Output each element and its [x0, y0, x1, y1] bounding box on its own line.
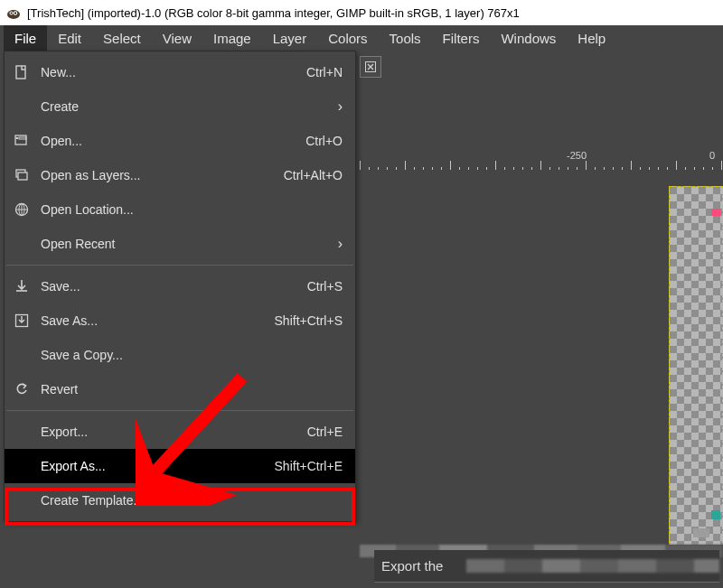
tab-close-button[interactable] [360, 56, 381, 78]
menu-item-label: Create [41, 99, 321, 114]
svg-point-4 [14, 12, 16, 14]
menu-item-open-as-layers[interactable]: Open as Layers...Ctrl+Alt+O [5, 158, 355, 192]
menu-item-shortcut: Ctrl+O [305, 134, 343, 148]
canvas-decor [711, 209, 720, 216]
menu-item-shortcut: Ctrl+N [306, 65, 343, 79]
chevron-right-icon: › [330, 98, 343, 115]
chevron-right-icon: › [330, 236, 343, 252]
menu-item-export-as[interactable]: Export As...Shift+Ctrl+E [5, 449, 355, 483]
blank-icon [12, 490, 32, 510]
titlebar: [TrishTech] (imported)-1.0 (RGB color 8-… [0, 0, 723, 25]
menu-item-open-recent[interactable]: Open Recent› [5, 227, 355, 261]
canvas-decor [693, 528, 709, 537]
blank-icon [12, 345, 32, 365]
ruler-label: 0 [709, 150, 715, 161]
save-icon [12, 276, 32, 296]
menu-item-label: Create Template... [41, 493, 343, 508]
menu-item-label: Save... [41, 279, 298, 294]
layers-icon [12, 165, 32, 185]
blank-icon [12, 422, 32, 442]
menu-item-label: New... [41, 65, 297, 79]
menu-layer[interactable]: Layer [262, 25, 318, 51]
menu-separator [6, 410, 353, 411]
menu-item-revert[interactable]: Revert [5, 372, 355, 406]
menu-item-save-as[interactable]: Save As...Shift+Ctrl+S [5, 303, 355, 338]
revert-icon [12, 379, 32, 399]
canvas-area[interactable] [360, 170, 723, 543]
menu-windows[interactable]: Windows [490, 25, 567, 51]
menu-tools[interactable]: Tools [379, 25, 432, 51]
ruler-label: -250 [567, 150, 587, 161]
menu-view[interactable]: View [152, 25, 202, 51]
menu-item-label: Open as Layers... [41, 168, 275, 182]
gimp-icon [5, 5, 22, 21]
menu-item-label: Open Recent [41, 237, 321, 251]
statusbar-decor [466, 559, 719, 573]
menu-item-label: Save a Copy... [41, 348, 343, 362]
menu-item-new[interactable]: New...Ctrl+N [5, 55, 355, 89]
menu-item-shortcut: Ctrl+S [307, 279, 343, 294]
menu-item-save-a-copy[interactable]: Save a Copy... [5, 338, 355, 372]
menu-item-label: Export As... [41, 459, 266, 473]
menu-item-export[interactable]: Export...Ctrl+E [5, 415, 355, 449]
menu-separator [6, 265, 353, 266]
menu-image[interactable]: Image [202, 25, 262, 51]
folder-open-icon [12, 131, 32, 151]
svg-point-2 [11, 13, 13, 14]
menu-item-label: Export... [41, 425, 298, 439]
menu-item-shortcut: Ctrl+Alt+O [284, 168, 343, 182]
statusbar: Export the [360, 545, 723, 588]
menu-item-shortcut: Shift+Ctrl+E [275, 459, 343, 473]
status-message: Export the [381, 558, 443, 574]
svg-rect-8 [16, 137, 19, 139]
menu-file[interactable]: File [4, 25, 47, 51]
ruler-horizontal[interactable]: -250 0 [360, 150, 723, 170]
menu-item-create-template[interactable]: Create Template... [5, 483, 355, 518]
document-new-icon [12, 62, 32, 82]
blank-icon [12, 97, 32, 117]
menu-select[interactable]: Select [92, 25, 152, 51]
blank-icon [12, 234, 32, 254]
menu-filters[interactable]: Filters [432, 25, 491, 51]
menu-item-label: Save As... [41, 313, 266, 328]
svg-rect-9 [19, 137, 26, 139]
menu-item-create[interactable]: Create› [5, 89, 355, 124]
save-as-icon [12, 311, 32, 331]
file-menu-dropdown: New...Ctrl+NCreate›Open...Ctrl+OOpen as … [4, 51, 356, 522]
globe-icon [12, 200, 32, 219]
blank-icon [12, 456, 32, 476]
menu-item-open[interactable]: Open...Ctrl+O [5, 124, 355, 158]
menu-colors[interactable]: Colors [317, 25, 378, 51]
menu-help[interactable]: Help [567, 25, 616, 51]
status-message-box: Export the [374, 550, 719, 583]
menu-item-open-location[interactable]: Open Location... [5, 192, 355, 227]
menu-item-label: Revert [41, 382, 343, 397]
svg-rect-11 [18, 173, 27, 180]
menu-item-shortcut: Shift+Ctrl+S [275, 313, 343, 328]
menu-item-label: Open Location... [41, 202, 343, 217]
canvas-decor [711, 510, 720, 519]
svg-point-0 [7, 10, 20, 19]
menu-item-save[interactable]: Save...Ctrl+S [5, 269, 355, 303]
window-title: [TrishTech] (imported)-1.0 (RGB color 8-… [27, 6, 520, 20]
image-canvas[interactable] [669, 186, 723, 547]
menu-item-shortcut: Ctrl+E [307, 425, 343, 439]
menu-edit[interactable]: Edit [47, 25, 92, 51]
menubar: File Edit Select View Image Layer Colors… [0, 25, 723, 51]
svg-rect-6 [16, 66, 25, 79]
menu-item-label: Open... [41, 134, 296, 148]
document-tab-row [360, 51, 381, 83]
